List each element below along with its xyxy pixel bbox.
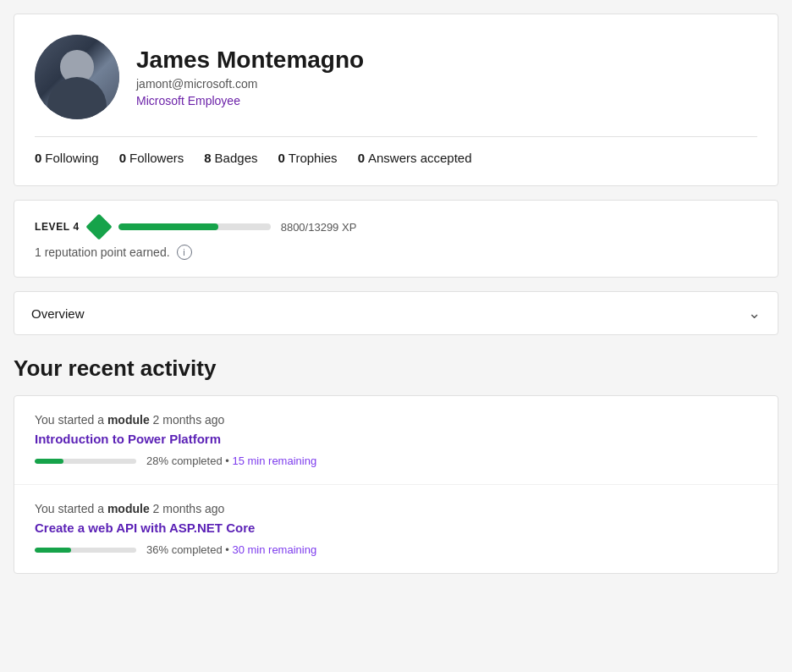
progress-bar-fill-1 xyxy=(35,459,63,464)
progress-row-2: 36% completed • 30 min remaining xyxy=(35,543,757,556)
avatar-image xyxy=(35,35,119,119)
progress-bar-container-1 xyxy=(35,459,136,464)
activity-suffix-1: 2 months ago xyxy=(153,413,225,427)
trophies-label: Trophies xyxy=(289,151,338,165)
followers-stat: 0 Followers xyxy=(119,151,184,165)
badges-count: 8 xyxy=(204,151,211,165)
xp-text: 8800/13299 XP xyxy=(281,221,357,234)
profile-divider xyxy=(35,136,757,137)
activity-title-1[interactable]: Introduction to Power Platform xyxy=(35,432,757,446)
level-row: LEVEL 4 8800/13299 XP xyxy=(35,218,757,236)
badges-stat: 8 Badges xyxy=(204,151,257,165)
profile-header: James Montemagno jamont@microsoft.com Mi… xyxy=(35,35,757,119)
activity-suffix-2: 2 months ago xyxy=(153,502,225,515)
progress-display-1: 28% completed xyxy=(146,454,223,467)
following-count: 0 xyxy=(35,151,41,165)
progress-text-1: 28% completed • 15 min remaining xyxy=(146,454,316,467)
progress-time-1: 15 min remaining xyxy=(232,454,316,467)
trophies-count: 0 xyxy=(278,151,284,165)
level-label: LEVEL 4 xyxy=(35,221,80,233)
activity-card: You started a module 2 months ago Introd… xyxy=(14,395,778,574)
followers-label: Followers xyxy=(129,151,184,165)
progress-bar-fill-2 xyxy=(35,548,71,553)
progress-time-2: 30 min remaining xyxy=(232,543,316,556)
activity-meta-1: You started a module 2 months ago xyxy=(35,413,757,427)
answers-stat: 0 Answers accepted xyxy=(358,151,472,165)
profile-email: jamont@microsoft.com xyxy=(136,77,364,91)
progress-row-1: 28% completed • 15 min remaining xyxy=(35,454,757,467)
profile-name: James Montemagno xyxy=(136,47,364,74)
following-stat: 0 Following xyxy=(35,151,99,165)
answers-count: 0 xyxy=(358,151,365,165)
activity-prefix-2: You started a xyxy=(35,502,104,515)
chevron-down-icon: ⌄ xyxy=(748,304,761,322)
progress-bar-container-2 xyxy=(35,548,136,553)
activity-type-2: module xyxy=(107,502,150,515)
level-diamond-icon xyxy=(85,213,112,240)
activity-meta-2: You started a module 2 months ago xyxy=(35,502,757,515)
xp-bar-container xyxy=(118,223,271,230)
stats-row: 0 Following 0 Followers 8 Badges 0 Troph… xyxy=(35,151,757,165)
page-wrapper: James Montemagno jamont@microsoft.com Mi… xyxy=(0,0,792,672)
activity-title-2[interactable]: Create a web API with ASP.NET Core xyxy=(35,521,757,535)
followers-count: 0 xyxy=(119,151,126,165)
list-item: You started a module 2 months ago Create… xyxy=(14,485,778,573)
recent-activity-title: Your recent activity xyxy=(14,355,778,382)
activity-prefix-1: You started a xyxy=(35,413,104,427)
overview-dropdown[interactable]: Overview ⌄ xyxy=(14,291,778,335)
profile-role: Microsoft Employee xyxy=(136,94,364,107)
trophies-stat: 0 Trophies xyxy=(278,151,337,165)
answers-label: Answers accepted xyxy=(368,151,472,165)
activity-type-1: module xyxy=(107,413,150,427)
profile-card: James Montemagno jamont@microsoft.com Mi… xyxy=(14,14,778,186)
xp-bar-fill xyxy=(118,223,219,230)
following-label: Following xyxy=(45,151,98,165)
info-icon[interactable]: i xyxy=(177,245,192,260)
level-card: LEVEL 4 8800/13299 XP 1 reputation point… xyxy=(14,200,778,278)
overview-label: Overview xyxy=(31,306,85,321)
profile-info: James Montemagno jamont@microsoft.com Mi… xyxy=(136,47,364,107)
progress-text-2: 36% completed • 30 min remaining xyxy=(146,543,316,556)
avatar xyxy=(35,35,119,119)
reputation-text: 1 reputation point earned. xyxy=(35,245,170,259)
list-item: You started a module 2 months ago Introd… xyxy=(14,396,778,485)
badges-label: Badges xyxy=(215,151,258,165)
reputation-row: 1 reputation point earned. i xyxy=(35,245,757,260)
progress-display-2: 36% completed xyxy=(146,543,223,556)
